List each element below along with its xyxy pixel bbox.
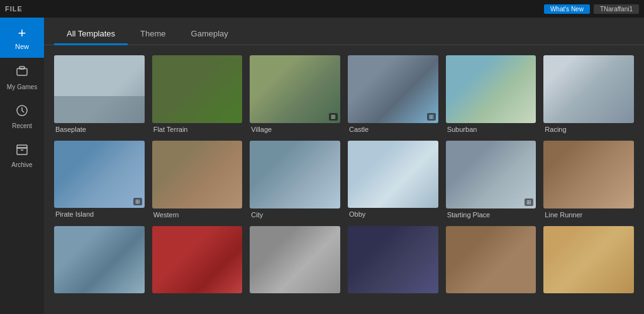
new-label: New <box>15 43 29 50</box>
template-card-obby[interactable]: Obby <box>348 141 438 219</box>
archive-icon <box>16 143 28 159</box>
content-area: All Templates Theme Gameplay Baseplate F… <box>44 18 644 314</box>
badge-icon: ⊞ <box>429 114 434 120</box>
template-name-city: City <box>250 211 340 219</box>
svg-rect-1 <box>19 67 25 69</box>
template-card-suburban[interactable]: Suburban <box>446 55 536 133</box>
template-thumb-row3e <box>446 226 536 294</box>
template-thumb-row3d <box>348 226 438 294</box>
tab-all-templates[interactable]: All Templates <box>54 23 128 45</box>
template-thumb-suburban <box>446 55 536 123</box>
username-display: TNaraffani1 <box>594 4 639 14</box>
badge-icon: ⊞ <box>135 198 140 205</box>
topbar: FILE What's New TNaraffani1 <box>0 0 644 18</box>
template-name-obby: Obby <box>348 210 438 218</box>
template-card-pirate-island[interactable]: ⊞ Pirate Island <box>54 141 145 219</box>
template-name-pirate-island: Pirate Island <box>54 210 145 218</box>
template-card-racing[interactable]: Racing <box>543 55 634 133</box>
sidebar-item-archive[interactable]: Archive <box>0 136 44 175</box>
template-thumb-village: ⊞ <box>250 55 340 123</box>
template-card-row3c[interactable] <box>250 226 340 296</box>
tab-gameplay[interactable]: Gameplay <box>179 23 241 45</box>
tabs-header: All Templates Theme Gameplay <box>44 18 644 45</box>
badge-icon: ⊞ <box>526 199 531 205</box>
template-card-row3e[interactable] <box>446 226 536 296</box>
template-name-village: Village <box>250 126 340 133</box>
main-layout: + New My Games Recent <box>0 18 644 314</box>
template-thumb-obby <box>348 141 438 208</box>
template-card-flat-terrain[interactable]: Flat Terrain <box>152 55 243 133</box>
template-card-western[interactable]: Western <box>152 141 243 219</box>
template-card-starting-place[interactable]: ⊞ Starting Place <box>446 141 536 219</box>
template-thumb-row3f <box>543 226 634 294</box>
template-card-line-runner[interactable]: Line Runner <box>543 141 634 219</box>
whats-new-button[interactable]: What's New <box>544 4 590 14</box>
template-card-row3b[interactable] <box>152 226 243 296</box>
template-thumb-castle: ⊞ <box>348 55 438 123</box>
tab-theme[interactable]: Theme <box>128 23 178 45</box>
template-thumb-city <box>250 141 340 208</box>
template-name-baseplate: Baseplate <box>54 126 145 133</box>
template-thumb-racing <box>543 55 634 123</box>
template-card-row3a[interactable] <box>54 226 145 296</box>
template-thumb-flat-terrain <box>152 55 243 123</box>
template-name-castle: Castle <box>348 126 438 133</box>
template-thumb-western <box>152 141 243 208</box>
new-button[interactable]: + New <box>0 18 44 58</box>
sidebar: + New My Games Recent <box>0 18 44 314</box>
plus-icon: + <box>18 26 26 40</box>
my-games-icon <box>16 65 28 81</box>
template-name-starting-place: Starting Place <box>446 211 536 219</box>
topbar-right: What's New TNaraffani1 <box>544 4 639 14</box>
template-card-row3f[interactable] <box>543 226 634 296</box>
template-card-city[interactable]: City <box>250 141 340 219</box>
template-card-castle[interactable]: ⊞ Castle <box>348 55 438 133</box>
svg-rect-4 <box>17 145 27 148</box>
template-thumb-starting-place: ⊞ <box>446 141 536 208</box>
village-badge: ⊞ <box>329 113 338 121</box>
templates-scroll[interactable]: Baseplate Flat Terrain ⊞ Village <box>44 45 644 314</box>
sidebar-item-my-games[interactable]: My Games <box>0 58 44 97</box>
template-card-village[interactable]: ⊞ Village <box>250 55 340 133</box>
templates-grid: Baseplate Flat Terrain ⊞ Village <box>54 55 634 296</box>
template-name-line-runner: Line Runner <box>543 211 634 219</box>
castle-badge: ⊞ <box>427 113 436 121</box>
recent-label: Recent <box>12 122 32 129</box>
file-menu-label[interactable]: FILE <box>5 5 23 13</box>
badge-icon: ⊞ <box>331 114 336 120</box>
template-thumb-baseplate <box>54 55 145 123</box>
pirate-badge: ⊞ <box>133 198 142 205</box>
template-name-suburban: Suburban <box>446 126 536 133</box>
template-thumb-row3a <box>54 226 145 294</box>
template-name-flat-terrain: Flat Terrain <box>152 126 243 133</box>
template-thumb-pirate: ⊞ <box>54 141 145 208</box>
my-games-label: My Games <box>7 84 37 90</box>
sidebar-item-recent[interactable]: Recent <box>0 97 44 136</box>
template-name-racing: Racing <box>543 126 634 133</box>
template-card-row3d[interactable] <box>348 226 438 296</box>
starting-place-badge: ⊞ <box>525 198 533 206</box>
archive-label: Archive <box>11 161 32 168</box>
template-thumb-row3c <box>250 226 340 294</box>
template-name-western: Western <box>152 211 243 219</box>
template-card-baseplate[interactable]: Baseplate <box>54 55 145 133</box>
template-thumb-line-runner <box>543 141 634 208</box>
recent-icon <box>16 104 28 120</box>
template-thumb-row3b <box>152 226 243 294</box>
